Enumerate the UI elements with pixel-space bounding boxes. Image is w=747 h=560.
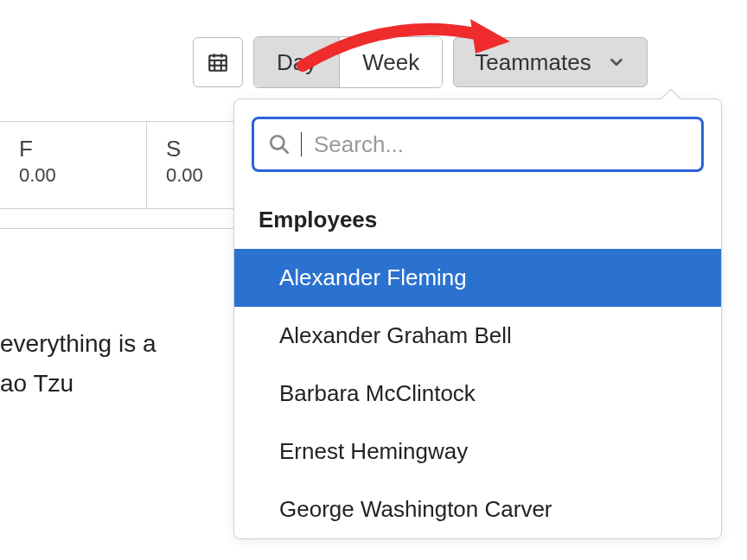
quote-text: everything is a ao Tzu [0, 228, 242, 487]
dropdown-group-header: Employees [234, 186, 721, 249]
calendar-icon [207, 51, 229, 73]
search-input[interactable] [314, 131, 687, 158]
quote-line: ao Tzu [0, 364, 242, 404]
svg-rect-0 [209, 55, 227, 70]
dropdown-item[interactable]: Ernest Hemingway [234, 423, 721, 480]
chevron-down-icon [607, 53, 626, 72]
search-field[interactable] [252, 117, 704, 172]
quote-line: everything is a [0, 324, 242, 364]
svg-line-8 [282, 147, 288, 153]
search-icon [268, 133, 290, 156]
teammates-dropdown-button[interactable]: Teammates [453, 37, 647, 87]
column-f: F 0.00 [0, 121, 147, 209]
column-letter: F [19, 136, 146, 162]
teammates-label: Teammates [475, 49, 591, 76]
dropdown-item[interactable]: Alexander Fleming [234, 249, 721, 307]
dropdown-item[interactable]: Alexander Graham Bell [234, 307, 721, 365]
teammates-dropdown-panel: Employees Alexander Fleming Alexander Gr… [233, 99, 722, 539]
week-button[interactable]: Week [339, 37, 442, 87]
search-container [234, 99, 721, 186]
column-value: 0.00 [19, 164, 146, 187]
dropdown-item[interactable]: George Washington Carver [234, 480, 721, 538]
day-button[interactable]: Day [254, 37, 339, 87]
day-week-toggle: Day Week [253, 36, 443, 88]
text-cursor [301, 132, 302, 156]
dropdown-item[interactable]: Barbara McClintock [234, 365, 721, 423]
view-toolbar: Day Week Teammates [193, 36, 648, 88]
calendar-button[interactable] [193, 37, 243, 87]
